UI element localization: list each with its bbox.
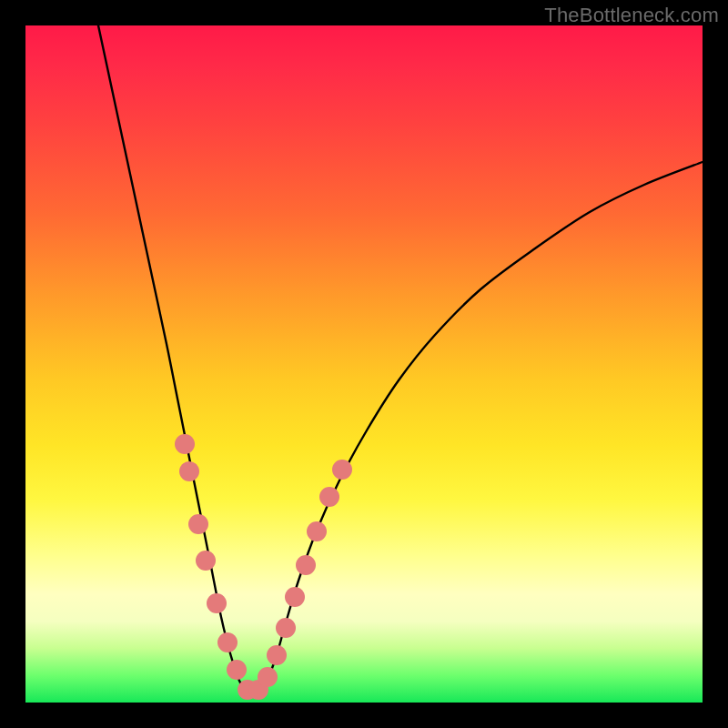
curve-marker <box>179 461 199 481</box>
curve-marker <box>296 555 316 575</box>
marker-group <box>175 434 352 700</box>
curve-marker <box>258 667 278 687</box>
curve-marker <box>188 514 208 534</box>
curve-marker <box>217 632 238 652</box>
watermark-text: TheBottleneck.com <box>544 4 719 27</box>
curve-marker <box>227 660 247 680</box>
curve-overlay <box>25 25 703 703</box>
curve-marker <box>285 587 305 607</box>
curve-marker <box>267 645 287 665</box>
curve-marker <box>307 521 327 541</box>
curve-marker <box>332 460 352 480</box>
curve-marker <box>276 618 296 638</box>
bottleneck-curve <box>98 25 703 696</box>
curve-marker <box>175 434 195 454</box>
curve-marker <box>319 487 339 507</box>
curve-marker <box>207 593 227 613</box>
curve-marker <box>196 551 216 571</box>
chart-frame: TheBottleneck.com <box>0 0 728 728</box>
